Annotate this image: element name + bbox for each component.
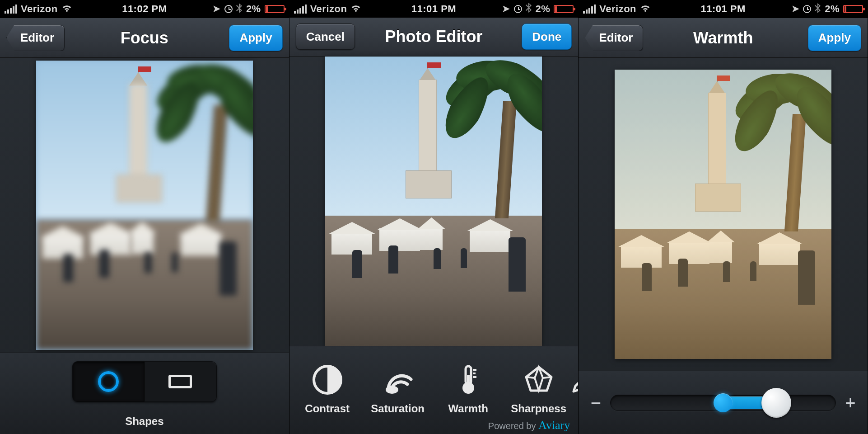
saturation-icon <box>382 363 414 396</box>
wifi-icon <box>61 4 72 14</box>
status-time: 11:02 PM <box>117 3 171 15</box>
slider-plus[interactable]: + <box>844 394 857 412</box>
tool-label: Sharpness <box>511 402 566 415</box>
cancel-button[interactable]: Cancel <box>296 24 355 50</box>
tool-next-partial[interactable]: D <box>574 346 579 423</box>
warmth-icon <box>452 363 485 396</box>
status-bar: Verizon 11:01 PM ➤ 2% <box>289 0 579 18</box>
apply-button[interactable]: Apply <box>808 25 861 51</box>
slider-origin <box>714 393 733 412</box>
tool-contrast[interactable]: Contrast <box>292 346 363 423</box>
location-icon: ➤ <box>792 3 800 14</box>
nav-bar: Cancel Photo Editor Done <box>289 18 579 57</box>
shapes-label: Shapes <box>0 415 289 428</box>
status-time: 11:01 PM <box>696 3 750 15</box>
wifi-icon <box>640 4 651 14</box>
carrier-label: Verizon <box>21 3 58 15</box>
location-icon: ➤ <box>213 3 221 14</box>
tool-sharpness[interactable]: Sharpness <box>504 346 574 423</box>
bluetooth-icon <box>236 3 243 15</box>
warmth-slider[interactable]: − + <box>589 392 857 413</box>
status-bar: Verizon 11:01 PM ➤ 2% <box>579 0 868 18</box>
shape-segmented-control <box>72 361 217 402</box>
powered-by: Powered by Aviary <box>488 419 570 432</box>
rectangle-icon <box>168 375 192 388</box>
bluetooth-icon <box>526 3 532 15</box>
editor-back-button[interactable]: Editor <box>585 25 643 51</box>
signal-icon <box>294 5 307 14</box>
signal-icon <box>583 5 596 14</box>
slider-thumb[interactable] <box>761 388 791 418</box>
svg-point-1 <box>386 386 398 394</box>
tool-label: Saturation <box>371 402 425 415</box>
circle-icon <box>98 371 119 392</box>
carrier-label: Verizon <box>310 3 347 15</box>
photo-stage[interactable] <box>579 58 868 371</box>
signal-icon <box>5 5 17 14</box>
nav-bar: Editor Focus Apply <box>0 18 289 58</box>
battery-pct: 2% <box>825 3 840 15</box>
slider-track[interactable] <box>610 392 836 413</box>
carrier-label: Verizon <box>599 3 636 15</box>
status-time: 11:01 PM <box>407 3 461 15</box>
screen-photo-editor: Verizon 11:01 PM ➤ 2% Cancel Photo Edito… <box>289 0 579 434</box>
photo-preview[interactable] <box>36 61 253 350</box>
photo-stage[interactable] <box>289 57 579 346</box>
battery-pct: 2% <box>246 3 261 15</box>
focus-toolbar: Shapes <box>0 353 289 434</box>
tool-strip[interactable]: Contrast Saturation Warmth <box>289 346 579 434</box>
svg-rect-4 <box>467 375 470 386</box>
battery-icon <box>843 5 863 13</box>
tool-label: Contrast <box>305 402 350 415</box>
screen-focus: Verizon 11:02 PM ➤ 2% Editor Focus Apply <box>0 0 289 434</box>
apply-button[interactable]: Apply <box>229 25 282 51</box>
photo-stage[interactable] <box>0 58 289 353</box>
photo-preview[interactable] <box>615 70 831 359</box>
clock-icon <box>514 5 522 13</box>
battery-icon <box>265 5 285 13</box>
shape-rect-option[interactable] <box>145 362 216 401</box>
slider-minus[interactable]: − <box>589 394 602 412</box>
clock-icon <box>224 5 233 13</box>
photo-preview[interactable] <box>325 57 542 346</box>
shape-circle-option[interactable] <box>73 362 145 401</box>
screen-warmth: Verizon 11:01 PM ➤ 2% Editor Warmth Appl… <box>579 0 868 434</box>
battery-icon <box>554 5 574 13</box>
pencil-icon <box>569 363 579 396</box>
contrast-icon <box>311 363 344 396</box>
sharpness-icon <box>523 363 555 396</box>
nav-bar: Editor Warmth Apply <box>579 18 868 58</box>
warmth-toolbar: − + <box>579 371 868 434</box>
tool-label: Warmth <box>448 402 488 415</box>
tool-warmth[interactable]: Warmth <box>433 346 504 423</box>
tool-saturation[interactable]: Saturation <box>363 346 433 423</box>
done-button[interactable]: Done <box>522 24 572 50</box>
bluetooth-icon <box>815 3 821 15</box>
battery-pct: 2% <box>536 3 551 15</box>
clock-icon <box>803 5 811 13</box>
wifi-icon <box>350 4 361 14</box>
location-icon: ➤ <box>502 3 510 14</box>
editor-back-button[interactable]: Editor <box>6 25 65 51</box>
status-bar: Verizon 11:02 PM ➤ 2% <box>0 0 289 18</box>
